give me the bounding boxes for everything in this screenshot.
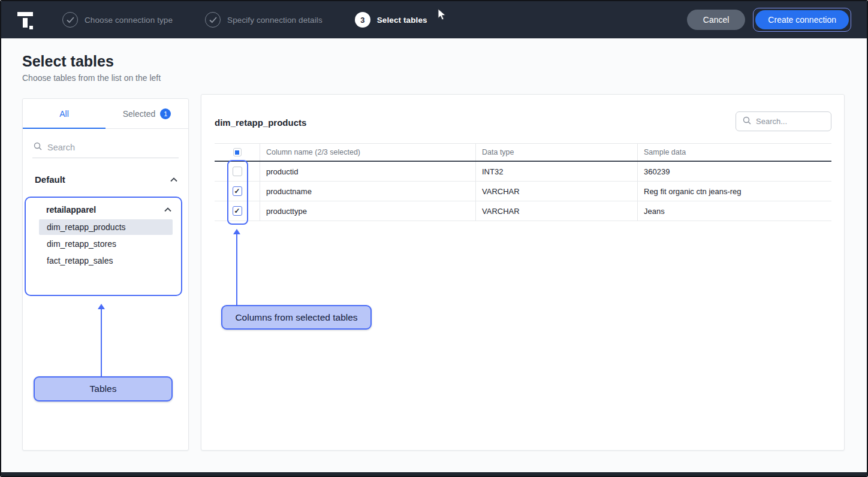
tables-annotation-label: Tables [34, 376, 173, 401]
sidebar-search-input[interactable] [47, 143, 177, 152]
select-all-checkbox[interactable] [233, 148, 242, 156]
table-name: dim_retapp_stores [47, 239, 116, 249]
window-bottom-edge [1, 472, 867, 476]
columns-search-input[interactable] [756, 117, 824, 126]
step-label: Select tables [377, 16, 427, 25]
table-item-fact-retapp-sales[interactable]: fact_retapp_sales [39, 253, 173, 268]
tables-annotation-arrow [101, 309, 102, 376]
column-row-productname: productname VARCHAR Reg fit organic ctn … [215, 182, 831, 201]
step-choose-connection-type: Choose connection type [62, 12, 173, 28]
columns-annotation-arrowhead [233, 229, 240, 234]
page-title: Select tables [22, 53, 114, 70]
page-subtitle: Choose tables from the list on the left [22, 73, 161, 83]
step-done-check-icon [205, 12, 221, 28]
header-data-type: Data type [475, 144, 637, 161]
create-connection-button[interactable]: Create connection [755, 10, 849, 29]
table-item-dim-retapp-products[interactable]: dim_retapp_products [39, 219, 173, 235]
tab-selected-label: Selected [123, 109, 155, 119]
database-group-annotated: retailapparel dim_retapp_products dim_re… [25, 197, 182, 296]
selected-count-badge: 1 [160, 108, 171, 119]
tables-annotation-text: Tables [90, 384, 117, 394]
search-icon [34, 142, 42, 153]
columns-annotation-label: Columns from selected tables [221, 305, 372, 330]
sidebar-tabs: All Selected 1 [23, 99, 188, 129]
thoughtspot-logo [17, 10, 35, 29]
columns-table: Column name (2/3 selected) Data type Sam… [215, 143, 831, 221]
tab-all-label: All [59, 109, 69, 119]
table-list: dim_retapp_products dim_retapp_stores fa… [26, 219, 181, 268]
columns-annotation-arrow [236, 234, 237, 305]
step-label: Specify connection details [227, 16, 323, 25]
column-row-productid: productid INT32 360239 [215, 162, 831, 182]
group-label: Default [35, 174, 65, 185]
group-header-default[interactable]: Default [23, 158, 188, 191]
sample-data-cell: 360239 [637, 162, 831, 181]
column-name-cell: producttype [260, 201, 475, 221]
column-name-cell: productid [260, 162, 475, 181]
wizard-top-bar: Choose connection type Specify connectio… [1, 1, 867, 38]
app-window: Choose connection type Specify connectio… [0, 0, 868, 477]
sample-data-cell: Reg fit organic ctn jeans-reg [637, 182, 831, 201]
tab-selected[interactable]: Selected 1 [106, 99, 188, 128]
table-name: fact_retapp_sales [47, 256, 113, 265]
columns-table-header: Column name (2/3 selected) Data type Sam… [215, 143, 831, 162]
row-checkbox[interactable] [233, 206, 242, 216]
column-name-cell: productname [260, 182, 475, 201]
step-specify-connection-details: Specify connection details [205, 12, 323, 28]
tables-sidebar: All Selected 1 Default retailapparel [22, 98, 189, 451]
column-row-producttype: producttype VARCHAR Jeans [215, 201, 831, 221]
sidebar-search [32, 142, 179, 158]
table-name: dim_retapp_products [47, 222, 126, 232]
columns-annotation-text: Columns from selected tables [235, 312, 357, 323]
tab-all[interactable]: All [23, 99, 106, 128]
data-type-cell: VARCHAR [475, 201, 637, 221]
columns-panel: dim_retapp_products Column name (2/3 sel… [201, 94, 845, 451]
tables-annotation-arrowhead [98, 304, 105, 309]
step-number: 3 [355, 12, 370, 28]
selected-table-title: dim_retapp_products [215, 117, 306, 128]
chevron-up-icon [170, 177, 177, 182]
row-checkbox[interactable] [233, 186, 242, 196]
database-header-retailapparel[interactable]: retailapparel [26, 198, 181, 219]
step-label: Choose connection type [85, 16, 173, 25]
database-name: retailapparel [46, 205, 96, 215]
step-done-check-icon [62, 12, 78, 28]
sample-data-cell: Jeans [637, 201, 831, 221]
cancel-button[interactable]: Cancel [687, 10, 746, 30]
chevron-up-icon [164, 207, 171, 212]
search-icon [743, 116, 751, 127]
data-type-cell: INT32 [475, 162, 637, 181]
step-select-tables: 3 Select tables [355, 12, 427, 28]
row-checkbox[interactable] [233, 167, 242, 176]
table-item-dim-retapp-stores[interactable]: dim_retapp_stores [39, 236, 173, 252]
columns-search [736, 111, 831, 131]
create-connection-focus-ring: Create connection [753, 8, 851, 32]
data-type-cell: VARCHAR [475, 182, 637, 201]
header-sample-data: Sample data [637, 144, 831, 161]
header-column-name: Column name (2/3 selected) [260, 144, 475, 161]
